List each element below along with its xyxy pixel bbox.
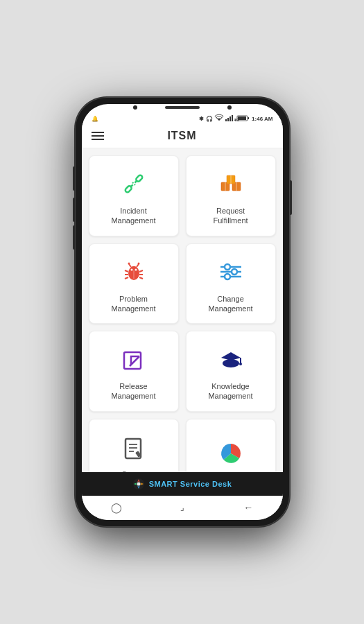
headphone-icon: 🎧: [206, 116, 213, 122]
svg-rect-40: [124, 352, 141, 369]
svg-line-10: [130, 184, 132, 187]
request-icon: [216, 168, 246, 199]
wifi-icon: [215, 114, 223, 123]
svg-line-22: [137, 264, 139, 267]
earpiece-speaker: [165, 106, 200, 109]
svg-point-37: [232, 269, 237, 275]
change-management-label: Change Management: [208, 294, 252, 314]
svg-rect-1: [227, 118, 229, 121]
svg-point-39: [225, 274, 230, 279]
nav-home-button[interactable]: ◯: [111, 502, 122, 513]
nav-bar: ◯ ⌟ ←: [82, 496, 283, 520]
incident-management-card[interactable]: Incident Management: [89, 155, 179, 236]
content-area: Incident Management: [82, 148, 283, 472]
app-bar: ITSM: [82, 124, 283, 148]
svg-rect-6: [248, 117, 250, 119]
sensor: [227, 105, 232, 110]
change-management-card[interactable]: Change Management: [186, 243, 276, 324]
incident-icon: [119, 168, 149, 199]
svg-point-53: [137, 483, 140, 486]
dashboard-card[interactable]: Dashboard: [186, 419, 276, 472]
app-title: ITSM: [104, 130, 261, 142]
phone-screen: 🔔 ✱ 🎧: [82, 104, 283, 520]
problem-icon: [119, 257, 149, 287]
battery-icon: [237, 115, 250, 123]
svg-line-12: [132, 182, 135, 185]
svg-rect-7: [238, 116, 246, 120]
camera-area: [82, 104, 283, 110]
status-bar: 🔔 ✱ 🎧: [82, 110, 283, 124]
notification-icon: 🔔: [92, 116, 98, 122]
svg-point-35: [225, 264, 230, 270]
svg-line-21: [129, 264, 131, 267]
smart-logo-icon: [132, 478, 145, 490]
svg-rect-3: [232, 115, 233, 121]
phone-frame: 🔔 ✱ 🎧: [75, 97, 290, 527]
svg-marker-43: [221, 352, 241, 361]
knowledge-management-label: Knowledge Management: [208, 381, 252, 401]
release-management-card[interactable]: Release Management: [89, 331, 179, 412]
request-fulfillment-label: Request Fulfillment: [213, 206, 248, 226]
dashboard-icon: [216, 437, 246, 467]
knowledge-management-card[interactable]: Knowledge Management: [186, 331, 276, 412]
knowledge-icon: [216, 344, 246, 374]
footer-bar: SMART Service Desk: [82, 472, 283, 496]
svg-point-32: [135, 268, 137, 270]
svg-line-11: [135, 181, 137, 183]
svg-line-30: [139, 277, 143, 279]
signal-icon: 4G: [225, 114, 235, 123]
hamburger-menu[interactable]: [92, 132, 104, 140]
time-display: 1:46 AM: [252, 116, 272, 122]
problem-management-card[interactable]: Problem Management: [89, 243, 179, 324]
svg-point-23: [128, 262, 130, 264]
svg-rect-0: [225, 119, 227, 121]
svg-point-45: [239, 363, 242, 365]
svg-line-25: [125, 270, 128, 272]
nav-recents-button[interactable]: ⌟: [180, 503, 184, 512]
footer-text: SMART Service Desk: [149, 480, 232, 488]
nav-back-button[interactable]: ←: [243, 502, 253, 513]
survey-management-card[interactable]: Survey Management: [89, 419, 179, 472]
svg-line-28: [139, 270, 143, 272]
svg-point-24: [137, 262, 139, 264]
svg-rect-2: [229, 116, 231, 121]
svg-line-27: [125, 277, 128, 279]
problem-management-label: Problem Management: [111, 294, 155, 314]
release-icon: [119, 344, 149, 374]
survey-icon: [119, 432, 149, 462]
status-left: 🔔: [92, 116, 98, 122]
bluetooth-icon: ✱: [199, 116, 204, 122]
front-camera: [133, 105, 137, 110]
svg-point-31: [130, 268, 132, 270]
status-right: ✱ 🎧 4G: [199, 114, 272, 123]
incident-management-label: Incident Management: [111, 206, 155, 226]
module-grid: Incident Management: [89, 155, 276, 472]
release-management-label: Release Management: [111, 381, 155, 401]
change-icon: [216, 257, 246, 287]
request-fulfillment-card[interactable]: Request Fulfillment: [186, 155, 276, 236]
